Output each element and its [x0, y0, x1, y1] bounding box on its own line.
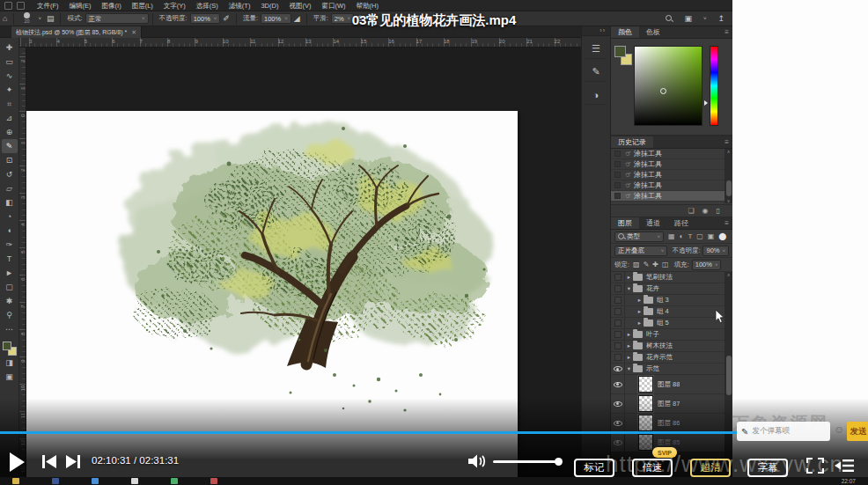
foreground-color[interactable]	[3, 342, 11, 350]
menu-item[interactable]: 窗口(W)	[316, 0, 350, 11]
menu-item[interactable]: 编辑(E)	[64, 0, 97, 11]
layer-row[interactable]: 图层 88	[611, 375, 732, 394]
mark-button[interactable]: 标记	[574, 459, 614, 477]
magic-wand-tool[interactable]: ✦	[2, 83, 18, 97]
crop-tool[interactable]: ⌗	[2, 97, 18, 111]
expand-toggle-icon[interactable]: ▸	[636, 320, 644, 327]
visibility-toggle[interactable]	[611, 329, 625, 340]
eraser-tool[interactable]: ▱	[2, 181, 18, 195]
filter-smart-object-icon[interactable]: ▣	[708, 232, 715, 240]
danmaku-input[interactable]: ✎ 发个弹幕呗	[737, 422, 830, 441]
taskbar-app-icon[interactable]	[131, 478, 138, 484]
quick-mask-icon[interactable]: ◨	[2, 356, 18, 370]
tab-paths[interactable]: 路径	[667, 217, 695, 229]
visibility-toggle[interactable]	[611, 364, 625, 374]
menu-item[interactable]: 图像(I)	[97, 0, 127, 11]
layer-name[interactable]: 花卉示范	[646, 353, 673, 362]
path-select-tool[interactable]: ►	[2, 266, 18, 280]
lock-all-icon[interactable]: ◫	[662, 261, 669, 268]
taskbar-app-icon[interactable]	[171, 478, 178, 484]
layer-name[interactable]: 树木技法	[646, 342, 673, 350]
history-entry[interactable]: ☞涂抹工具	[611, 159, 732, 170]
history-entry[interactable]: ☞涂抹工具	[611, 149, 732, 159]
tab-layers[interactable]: 图层	[611, 217, 639, 229]
lock-position-icon[interactable]: ✚	[652, 261, 658, 268]
zoom-tool[interactable]: ⚲	[2, 308, 18, 322]
menu-item[interactable]: 帮助(H)	[351, 0, 384, 11]
speed-button[interactable]: 倍速	[632, 459, 673, 477]
expand-toggle-icon[interactable]: ▸	[625, 354, 633, 361]
send-button[interactable]: 发送	[847, 422, 868, 441]
layer-name[interactable]: 示范	[646, 364, 659, 373]
filter-adjustment-icon[interactable]: ◐	[680, 232, 684, 240]
taskbar-folder-icon[interactable]	[12, 478, 19, 484]
tab-channels[interactable]: 通道	[639, 217, 667, 229]
hue-slider[interactable]	[710, 46, 718, 126]
hand-tool[interactable]: ✱	[2, 294, 18, 308]
taskbar-app-icon[interactable]	[210, 478, 217, 484]
layer-row[interactable]: ▸树木技法	[611, 341, 732, 352]
visibility-toggle[interactable]	[611, 375, 625, 393]
screen-mode-icon[interactable]: ▣	[2, 370, 18, 384]
quality-button[interactable]: 超清	[690, 459, 731, 477]
filter-type-icon[interactable]: T	[688, 232, 692, 240]
layer-row[interactable]: ▸花卉示范	[611, 352, 732, 364]
visibility-toggle[interactable]	[611, 352, 625, 363]
emoji-button[interactable]: ☺	[834, 423, 844, 436]
visibility-toggle[interactable]	[611, 272, 625, 283]
menu-item[interactable]: 文件(F)	[32, 0, 64, 11]
eyedropper-tool[interactable]: ⊿	[2, 111, 18, 125]
layer-row[interactable]: ▸组 3	[611, 295, 732, 306]
expand-toggle-icon[interactable]: ▾	[625, 365, 633, 372]
layer-thumbnail[interactable]	[638, 376, 653, 393]
layer-opacity-dropdown[interactable]: 90%˅	[702, 246, 729, 256]
brush-tool[interactable]: ✎	[2, 139, 18, 153]
adjustments-panel-icon[interactable]: ◑	[585, 85, 607, 105]
shape-tool[interactable]: ▢	[2, 280, 18, 294]
text-tool[interactable]: T	[2, 252, 18, 266]
lasso-tool[interactable]: ∿	[2, 69, 18, 83]
menu-item[interactable]: 视图(V)	[283, 0, 316, 11]
new-document-from-state-icon[interactable]: ❏	[688, 207, 694, 215]
playlist-button[interactable]	[835, 459, 854, 473]
panel-menu-icon[interactable]: ≡	[725, 217, 732, 229]
edit-toolbar-icon[interactable]: ⋯	[2, 322, 18, 336]
saturation-brightness-box[interactable]	[634, 46, 702, 126]
blend-mode-dropdown[interactable]: 正片叠底˅	[614, 246, 667, 256]
delete-state-icon[interactable]: ▯	[717, 207, 720, 215]
layer-name[interactable]: 花卉	[646, 284, 659, 293]
fullscreen-button[interactable]	[806, 458, 824, 474]
tool-color-swatches[interactable]	[3, 342, 17, 356]
pen-tool[interactable]: ✑	[2, 238, 18, 252]
clone-stamp-tool[interactable]: ⊡	[2, 153, 18, 167]
layer-name[interactable]: 组 5	[657, 319, 669, 327]
expand-toggle-icon[interactable]: ▾	[625, 285, 633, 292]
gradient-tool[interactable]: ◧	[2, 195, 18, 209]
lock-transparency-icon[interactable]: ▨	[633, 261, 640, 268]
volume-icon[interactable]	[467, 453, 487, 469]
expand-toggle-icon[interactable]: ▸	[625, 331, 633, 338]
visibility-toggle[interactable]	[611, 306, 625, 317]
history-entry[interactable]: ☞涂抹工具	[611, 180, 732, 191]
expand-toggle-icon[interactable]: ▸	[625, 342, 633, 349]
menu-item[interactable]: 文字(Y)	[158, 0, 191, 11]
subtitle-button[interactable]: 字幕	[747, 459, 788, 477]
foreground-color-swatch[interactable]	[614, 46, 626, 57]
visibility-toggle[interactable]	[611, 318, 625, 328]
lock-pixels-icon[interactable]: ✎	[644, 261, 650, 268]
layer-row[interactable]: ▾示范	[611, 364, 732, 375]
filter-kind-dropdown[interactable]: 类型˅	[614, 231, 664, 242]
fill-dropdown[interactable]: 100%˅	[692, 260, 722, 270]
play-button[interactable]	[8, 452, 26, 473]
previous-button[interactable]	[41, 455, 57, 468]
blur-tool[interactable]: ◔	[2, 209, 18, 224]
visibility-toggle[interactable]	[611, 341, 625, 351]
next-button[interactable]	[65, 455, 81, 468]
expand-toggle-icon[interactable]: ▸	[636, 308, 644, 315]
hue-slider-marker[interactable]	[704, 100, 708, 106]
filter-pixel-icon[interactable]: ▦	[668, 232, 675, 240]
filter-toggle[interactable]: ⬤	[718, 232, 726, 240]
menu-item[interactable]: 选择(S)	[191, 0, 224, 11]
taskbar-app-icon[interactable]	[92, 478, 99, 484]
filter-shape-icon[interactable]: ▢	[696, 232, 703, 240]
